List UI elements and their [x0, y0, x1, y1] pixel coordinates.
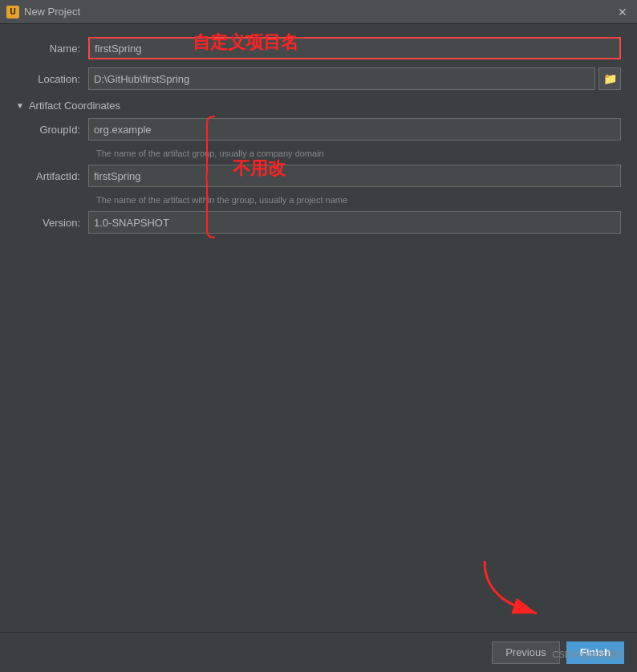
- name-row: Name:: [16, 37, 621, 59]
- finish-button[interactable]: Finish: [566, 641, 624, 664]
- name-input[interactable]: [88, 37, 621, 59]
- artifactid-hint: The name of the artifact within the grou…: [96, 195, 621, 205]
- location-input[interactable]: [88, 67, 595, 90]
- name-label: Name:: [16, 43, 88, 55]
- dialog-content: Name: Location: 📁 ▼ Artifact Coordinates…: [0, 24, 637, 632]
- artifactid-input[interactable]: [88, 165, 621, 187]
- artifactid-row: ArtifactId:: [16, 165, 621, 187]
- section-collapse-icon[interactable]: ▼: [16, 101, 24, 110]
- section-title: Artifact Coordinates: [29, 100, 120, 112]
- artifact-section-header: ▼ Artifact Coordinates: [16, 100, 621, 112]
- version-row: Version:: [16, 211, 621, 234]
- empty-area: [16, 242, 621, 547]
- title-bar: U New Project ✕: [0, 0, 637, 24]
- groupid-row: GroupId:: [16, 118, 621, 141]
- location-label: Location:: [16, 73, 88, 85]
- groupid-label: GroupId:: [16, 124, 88, 136]
- artifactid-label: ArtifactId:: [16, 170, 88, 182]
- location-row: Location: 📁: [16, 67, 621, 90]
- version-input[interactable]: [88, 211, 621, 234]
- browse-button[interactable]: 📁: [598, 67, 621, 90]
- groupid-hint: The name of the artifact group, usually …: [96, 149, 621, 158]
- close-button[interactable]: ✕: [615, 4, 631, 20]
- new-project-dialog: U New Project ✕ Name: Location: 📁 ▼ Arti…: [0, 0, 637, 672]
- location-input-group: 📁: [88, 67, 621, 90]
- dialog-footer: Previous Finish: [0, 632, 637, 672]
- previous-button[interactable]: Previous: [492, 641, 560, 664]
- groupid-input[interactable]: [88, 118, 621, 141]
- version-label: Version:: [16, 217, 88, 229]
- intellij-icon: U: [6, 6, 19, 18]
- dialog-title: New Project: [24, 6, 610, 18]
